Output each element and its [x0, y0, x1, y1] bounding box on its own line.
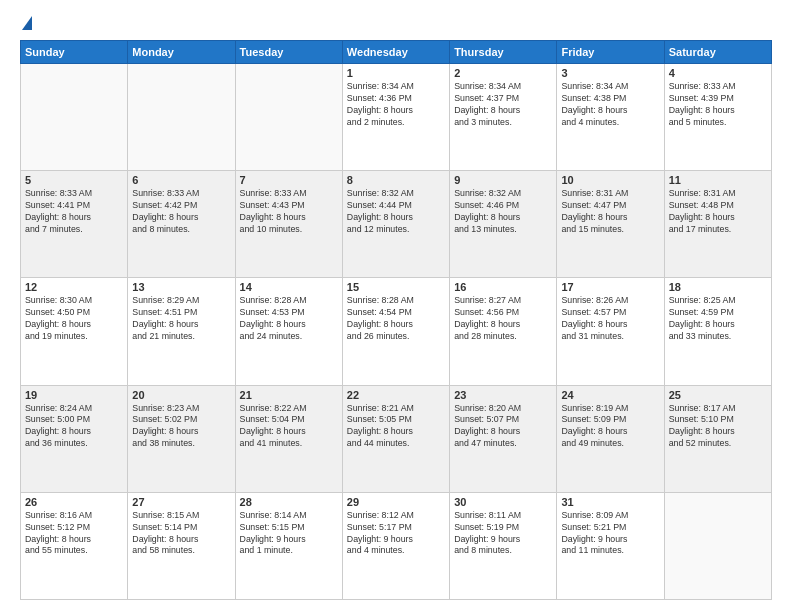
- week-row-5: 26Sunrise: 8:16 AM Sunset: 5:12 PM Dayli…: [21, 492, 772, 599]
- calendar-cell: [664, 492, 771, 599]
- calendar-cell: 8Sunrise: 8:32 AM Sunset: 4:44 PM Daylig…: [342, 171, 449, 278]
- calendar-cell: [21, 64, 128, 171]
- calendar-cell: 29Sunrise: 8:12 AM Sunset: 5:17 PM Dayli…: [342, 492, 449, 599]
- week-row-4: 19Sunrise: 8:24 AM Sunset: 5:00 PM Dayli…: [21, 385, 772, 492]
- day-info: Sunrise: 8:09 AM Sunset: 5:21 PM Dayligh…: [561, 510, 659, 558]
- day-number: 17: [561, 281, 659, 293]
- day-info: Sunrise: 8:30 AM Sunset: 4:50 PM Dayligh…: [25, 295, 123, 343]
- day-number: 10: [561, 174, 659, 186]
- week-row-2: 5Sunrise: 8:33 AM Sunset: 4:41 PM Daylig…: [21, 171, 772, 278]
- day-info: Sunrise: 8:26 AM Sunset: 4:57 PM Dayligh…: [561, 295, 659, 343]
- day-number: 29: [347, 496, 445, 508]
- calendar-cell: 13Sunrise: 8:29 AM Sunset: 4:51 PM Dayli…: [128, 278, 235, 385]
- day-info: Sunrise: 8:16 AM Sunset: 5:12 PM Dayligh…: [25, 510, 123, 558]
- day-info: Sunrise: 8:12 AM Sunset: 5:17 PM Dayligh…: [347, 510, 445, 558]
- calendar-cell: 2Sunrise: 8:34 AM Sunset: 4:37 PM Daylig…: [450, 64, 557, 171]
- day-info: Sunrise: 8:33 AM Sunset: 4:41 PM Dayligh…: [25, 188, 123, 236]
- day-info: Sunrise: 8:32 AM Sunset: 4:46 PM Dayligh…: [454, 188, 552, 236]
- calendar-cell: 14Sunrise: 8:28 AM Sunset: 4:53 PM Dayli…: [235, 278, 342, 385]
- day-number: 2: [454, 67, 552, 79]
- day-number: 16: [454, 281, 552, 293]
- calendar-cell: 5Sunrise: 8:33 AM Sunset: 4:41 PM Daylig…: [21, 171, 128, 278]
- weekday-header-friday: Friday: [557, 41, 664, 64]
- calendar-cell: 19Sunrise: 8:24 AM Sunset: 5:00 PM Dayli…: [21, 385, 128, 492]
- day-number: 26: [25, 496, 123, 508]
- day-number: 12: [25, 281, 123, 293]
- page: SundayMondayTuesdayWednesdayThursdayFrid…: [0, 0, 792, 612]
- day-number: 15: [347, 281, 445, 293]
- day-info: Sunrise: 8:17 AM Sunset: 5:10 PM Dayligh…: [669, 403, 767, 451]
- weekday-header-row: SundayMondayTuesdayWednesdayThursdayFrid…: [21, 41, 772, 64]
- day-info: Sunrise: 8:31 AM Sunset: 4:47 PM Dayligh…: [561, 188, 659, 236]
- week-row-3: 12Sunrise: 8:30 AM Sunset: 4:50 PM Dayli…: [21, 278, 772, 385]
- day-info: Sunrise: 8:22 AM Sunset: 5:04 PM Dayligh…: [240, 403, 338, 451]
- day-number: 5: [25, 174, 123, 186]
- calendar-cell: 25Sunrise: 8:17 AM Sunset: 5:10 PM Dayli…: [664, 385, 771, 492]
- weekday-header-sunday: Sunday: [21, 41, 128, 64]
- day-info: Sunrise: 8:21 AM Sunset: 5:05 PM Dayligh…: [347, 403, 445, 451]
- calendar-cell: 24Sunrise: 8:19 AM Sunset: 5:09 PM Dayli…: [557, 385, 664, 492]
- logo-icon: [22, 16, 32, 30]
- day-info: Sunrise: 8:25 AM Sunset: 4:59 PM Dayligh…: [669, 295, 767, 343]
- day-number: 7: [240, 174, 338, 186]
- day-info: Sunrise: 8:28 AM Sunset: 4:53 PM Dayligh…: [240, 295, 338, 343]
- calendar-cell: 21Sunrise: 8:22 AM Sunset: 5:04 PM Dayli…: [235, 385, 342, 492]
- day-info: Sunrise: 8:34 AM Sunset: 4:37 PM Dayligh…: [454, 81, 552, 129]
- day-number: 27: [132, 496, 230, 508]
- day-number: 20: [132, 389, 230, 401]
- weekday-header-tuesday: Tuesday: [235, 41, 342, 64]
- day-number: 19: [25, 389, 123, 401]
- calendar: SundayMondayTuesdayWednesdayThursdayFrid…: [20, 40, 772, 600]
- day-number: 9: [454, 174, 552, 186]
- day-number: 4: [669, 67, 767, 79]
- day-number: 21: [240, 389, 338, 401]
- day-number: 24: [561, 389, 659, 401]
- calendar-cell: 6Sunrise: 8:33 AM Sunset: 4:42 PM Daylig…: [128, 171, 235, 278]
- calendar-cell: 22Sunrise: 8:21 AM Sunset: 5:05 PM Dayli…: [342, 385, 449, 492]
- logo: [20, 16, 32, 32]
- calendar-cell: 1Sunrise: 8:34 AM Sunset: 4:36 PM Daylig…: [342, 64, 449, 171]
- calendar-cell: 28Sunrise: 8:14 AM Sunset: 5:15 PM Dayli…: [235, 492, 342, 599]
- weekday-header-monday: Monday: [128, 41, 235, 64]
- calendar-cell: 20Sunrise: 8:23 AM Sunset: 5:02 PM Dayli…: [128, 385, 235, 492]
- calendar-cell: 23Sunrise: 8:20 AM Sunset: 5:07 PM Dayli…: [450, 385, 557, 492]
- day-number: 1: [347, 67, 445, 79]
- day-info: Sunrise: 8:33 AM Sunset: 4:42 PM Dayligh…: [132, 188, 230, 236]
- day-info: Sunrise: 8:31 AM Sunset: 4:48 PM Dayligh…: [669, 188, 767, 236]
- calendar-cell: 26Sunrise: 8:16 AM Sunset: 5:12 PM Dayli…: [21, 492, 128, 599]
- day-number: 23: [454, 389, 552, 401]
- calendar-cell: 18Sunrise: 8:25 AM Sunset: 4:59 PM Dayli…: [664, 278, 771, 385]
- day-number: 22: [347, 389, 445, 401]
- day-info: Sunrise: 8:27 AM Sunset: 4:56 PM Dayligh…: [454, 295, 552, 343]
- day-info: Sunrise: 8:33 AM Sunset: 4:39 PM Dayligh…: [669, 81, 767, 129]
- day-number: 8: [347, 174, 445, 186]
- day-number: 25: [669, 389, 767, 401]
- calendar-cell: 17Sunrise: 8:26 AM Sunset: 4:57 PM Dayli…: [557, 278, 664, 385]
- calendar-cell: 27Sunrise: 8:15 AM Sunset: 5:14 PM Dayli…: [128, 492, 235, 599]
- day-info: Sunrise: 8:14 AM Sunset: 5:15 PM Dayligh…: [240, 510, 338, 558]
- calendar-cell: 11Sunrise: 8:31 AM Sunset: 4:48 PM Dayli…: [664, 171, 771, 278]
- calendar-cell: 31Sunrise: 8:09 AM Sunset: 5:21 PM Dayli…: [557, 492, 664, 599]
- weekday-header-wednesday: Wednesday: [342, 41, 449, 64]
- day-number: 30: [454, 496, 552, 508]
- day-info: Sunrise: 8:23 AM Sunset: 5:02 PM Dayligh…: [132, 403, 230, 451]
- day-number: 14: [240, 281, 338, 293]
- calendar-cell: 7Sunrise: 8:33 AM Sunset: 4:43 PM Daylig…: [235, 171, 342, 278]
- weekday-header-thursday: Thursday: [450, 41, 557, 64]
- day-number: 13: [132, 281, 230, 293]
- calendar-cell: [235, 64, 342, 171]
- day-info: Sunrise: 8:28 AM Sunset: 4:54 PM Dayligh…: [347, 295, 445, 343]
- day-number: 6: [132, 174, 230, 186]
- day-number: 28: [240, 496, 338, 508]
- day-info: Sunrise: 8:32 AM Sunset: 4:44 PM Dayligh…: [347, 188, 445, 236]
- day-info: Sunrise: 8:15 AM Sunset: 5:14 PM Dayligh…: [132, 510, 230, 558]
- day-info: Sunrise: 8:11 AM Sunset: 5:19 PM Dayligh…: [454, 510, 552, 558]
- day-info: Sunrise: 8:33 AM Sunset: 4:43 PM Dayligh…: [240, 188, 338, 236]
- week-row-1: 1Sunrise: 8:34 AM Sunset: 4:36 PM Daylig…: [21, 64, 772, 171]
- day-number: 11: [669, 174, 767, 186]
- day-info: Sunrise: 8:34 AM Sunset: 4:36 PM Dayligh…: [347, 81, 445, 129]
- calendar-cell: 12Sunrise: 8:30 AM Sunset: 4:50 PM Dayli…: [21, 278, 128, 385]
- day-info: Sunrise: 8:20 AM Sunset: 5:07 PM Dayligh…: [454, 403, 552, 451]
- calendar-cell: [128, 64, 235, 171]
- header: [20, 16, 772, 32]
